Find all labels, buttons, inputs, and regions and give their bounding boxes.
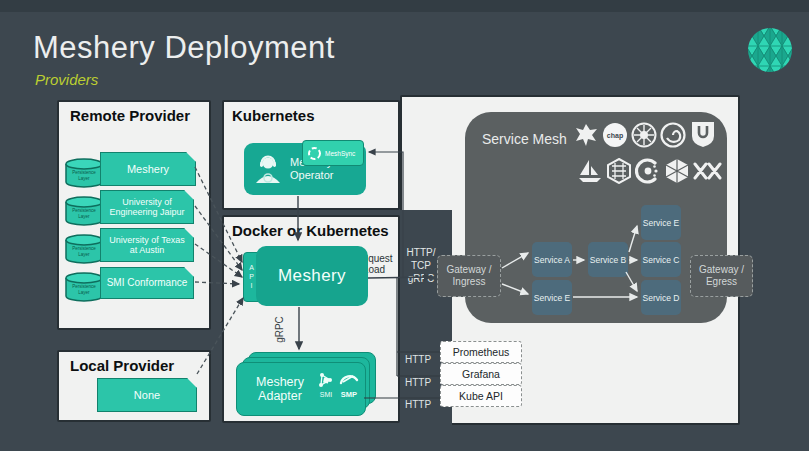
card-label: SMI Conformance <box>107 278 188 289</box>
cylinder-label: Layer <box>78 290 90 295</box>
smp-label: SMP <box>341 390 357 399</box>
cylinder-label: Persistence <box>72 208 96 213</box>
local-provider-title: Local Provider <box>70 357 174 374</box>
cylinder-label: Persistence <box>72 170 96 175</box>
http-edge-label: HTTP <box>400 354 436 365</box>
http-label: HTTP/ <box>407 247 436 258</box>
endpoint-prometheus: Prometheus <box>440 341 522 363</box>
knot-logo-icon <box>693 160 723 182</box>
grpc-edge-label: gRPC <box>274 316 285 343</box>
card-label: Meshery <box>127 163 169 175</box>
sailboat-logo-icon <box>577 158 603 184</box>
cylinder-label: Persistence <box>72 246 96 251</box>
cylinder-label: Layer <box>78 214 90 219</box>
cylinder-label: Layer <box>78 176 90 181</box>
remote-provider-card-meshery: Meshery <box>100 152 196 186</box>
smi-smp-icons: SMI SMP <box>313 367 361 411</box>
card-label: University of Engineering Jaipur <box>105 197 189 218</box>
endpoint-kube-api: Kube API <box>440 385 522 407</box>
gateway-egress-box: Gateway / Egress <box>690 255 753 297</box>
chap-label: chap <box>607 132 623 140</box>
burst-logo-icon <box>573 122 599 148</box>
chap-circle-logo-icon: chap <box>602 122 628 148</box>
cylinder-label: Persistence <box>72 284 96 289</box>
service-b-box: Service B <box>588 242 628 277</box>
smp-gauge-icon <box>341 376 357 383</box>
service-mesh-title: Service Mesh <box>482 131 567 147</box>
database-cylinder-icon: Persistence Layer <box>64 234 104 264</box>
page-subtitle: Providers <box>35 71 98 88</box>
smi-label: SMI <box>320 391 333 398</box>
slide: Meshery Deployment Providers Remote Prov… <box>0 0 809 451</box>
database-cylinder-icon: Persistence Layer <box>64 272 104 302</box>
local-provider-card-none: None <box>97 378 197 412</box>
kubernetes-title: Kubernetes <box>232 107 315 124</box>
adapter-label: Meshery Adapter <box>247 375 313 403</box>
top-strip <box>0 0 809 12</box>
woven-cube-logo-icon <box>606 158 632 184</box>
service-e-bottom-box: Service E <box>532 280 572 315</box>
service-a-box: Service A <box>532 242 572 277</box>
operator-headset-icon <box>252 153 284 185</box>
http-tcp-grpc-label: HTTP/ TCP gRPC <box>401 246 441 285</box>
cylinder-label: Layer <box>78 252 90 257</box>
gateway-ingress-box: Gateway / Ingress <box>437 255 501 297</box>
meshery-box: Meshery <box>256 246 368 306</box>
hex-mesh-logo-icon <box>664 158 690 184</box>
rosette-logo-icon <box>631 122 657 148</box>
remote-provider-card-jaipur: University of Engineering Jaipur <box>100 190 194 224</box>
meshsync-sync-icon <box>307 146 322 161</box>
grpc-label: gRPC <box>408 273 435 284</box>
service-e-top-box: Service E <box>641 205 681 240</box>
meshsync-box: MeshSync <box>302 140 364 166</box>
remote-provider-title: Remote Provider <box>70 107 190 124</box>
card-label: University of Texas at Austin <box>105 235 189 256</box>
shield-logo-icon <box>690 120 716 148</box>
endpoint-grafana: Grafana <box>440 363 522 385</box>
c-dots-logo-icon <box>635 158 661 184</box>
remote-provider-card-smi: SMI Conformance <box>100 267 194 299</box>
tcp-label: TCP <box>411 260 431 271</box>
remote-provider-card-texas: University of Texas at Austin <box>100 228 194 262</box>
docker-kubernetes-title: Docker or Kubernetes <box>232 222 389 239</box>
service-c-box: Service C <box>641 242 681 277</box>
meshery-adapter-box: Meshery Adapter SMI SMP <box>236 362 366 416</box>
service-d-box: Service D <box>641 280 681 315</box>
spiral-logo-icon <box>660 122 686 148</box>
page-title: Meshery Deployment <box>33 30 335 66</box>
http-edge-label: HTTP <box>400 399 436 410</box>
http-edge-label: HTTP <box>400 377 436 388</box>
database-cylinder-icon: Persistence Layer <box>64 196 104 226</box>
card-label: None <box>134 389 160 401</box>
meshsync-label: MeshSync <box>325 150 355 157</box>
database-cylinder-icon: Persistence Layer <box>64 158 104 188</box>
smi-icon <box>319 373 332 387</box>
meshery-logo-icon <box>746 26 794 74</box>
